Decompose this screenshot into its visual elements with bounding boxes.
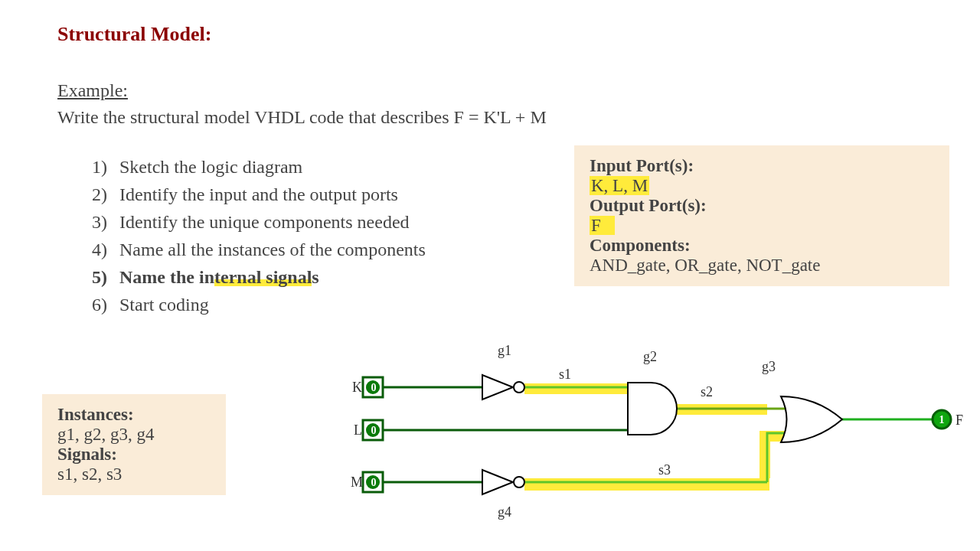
gate-g4-label: g4 [498, 504, 511, 520]
input-l-value: 0 [371, 425, 377, 436]
input-k-label: K [352, 380, 362, 395]
gate-g1-label: g1 [498, 343, 511, 358]
input-m-value: 0 [371, 477, 377, 488]
step-5-num: 5) [92, 263, 119, 291]
step-4-num: 4) [92, 236, 119, 263]
instances-box: Instances: g1, g2, g3, g4 Signals: s1, s… [42, 394, 226, 495]
step-5-text-a: Name the in [119, 267, 214, 287]
svg-point-17 [514, 382, 524, 393]
output-f-label: F [956, 412, 963, 428]
step-5-text-c: s [312, 267, 318, 287]
svg-marker-16 [482, 375, 513, 399]
example-label: Example: [57, 80, 128, 101]
input-l-label: L [354, 422, 362, 438]
output-f-value: 1 [939, 414, 945, 425]
output-ports-heading: Output Port(s): [590, 196, 934, 216]
gate-g2-label: g2 [643, 349, 657, 364]
signal-s1-label: s1 [559, 367, 571, 382]
output-ports-value: F [590, 216, 615, 235]
step-6-num: 6) [92, 291, 119, 318]
components-heading: Components: [590, 236, 934, 256]
gate-g3-label: g3 [762, 359, 776, 374]
components-value: AND_gate, OR_gate, NOT_gate [590, 256, 934, 276]
svg-point-19 [514, 477, 524, 487]
instances-value: g1, g2, g3, g4 [57, 425, 211, 445]
ports-box: Input Port(s): K, L, M Output Port(s): F… [574, 145, 949, 286]
signal-s3-label: s3 [658, 462, 671, 478]
step-6-text: Start coding [119, 295, 209, 315]
input-ports-value: K, L, M [590, 176, 649, 195]
steps-list: 1)Sketch the logic diagram 2)Identify th… [92, 153, 426, 318]
instances-heading: Instances: [57, 405, 211, 425]
step-3-text: Identify the unique components needed [119, 212, 410, 232]
step-5-text-b: ternal signal [214, 267, 312, 287]
task-prompt: Write the structural model VHDL code tha… [57, 107, 547, 128]
svg-marker-18 [482, 470, 513, 494]
step-2-num: 2) [92, 181, 119, 208]
logic-diagram: 0 K 0 L 0 M g1 g4 g2 g3 1 F s1 s2 s3 [337, 337, 965, 543]
signals-value: s1, s2, s3 [57, 465, 211, 484]
section-title: Structural Model: [57, 23, 211, 46]
signals-heading: Signals: [57, 445, 211, 465]
step-4-text: Name all the instances of the components [119, 240, 426, 259]
input-m-label: M [351, 474, 363, 490]
step-1-text: Sketch the logic diagram [119, 157, 302, 177]
signal-s2-label: s2 [701, 384, 713, 399]
input-ports-heading: Input Port(s): [590, 156, 934, 176]
step-1-num: 1) [92, 153, 119, 181]
input-k-value: 0 [371, 382, 377, 393]
svg-rect-2 [524, 478, 769, 491]
step-2-text: Identify the input and the output ports [119, 184, 398, 204]
step-3-num: 3) [92, 208, 119, 236]
